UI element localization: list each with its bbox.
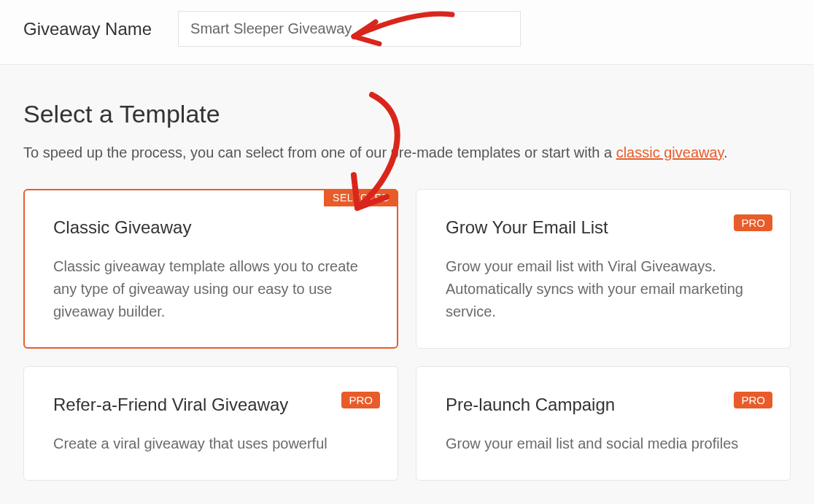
template-card-pre-launch[interactable]: PRO Pre-launch Campaign Grow your email …	[416, 366, 791, 481]
giveaway-name-label: Giveaway Name	[23, 19, 152, 39]
template-card-grow-email-list[interactable]: PRO Grow Your Email List Grow your email…	[416, 189, 791, 349]
template-section: Select a Template To speed up the proces…	[0, 65, 814, 481]
template-title: Refer-a-Friend Viral Giveaway	[53, 395, 368, 415]
selected-badge: SELECTED	[324, 189, 398, 206]
section-title: Select a Template	[23, 100, 791, 128]
template-description: Grow your email list and social media pr…	[446, 433, 761, 455]
template-title: Grow Your Email List	[446, 217, 761, 238]
section-desc-suffix: .	[724, 144, 728, 160]
template-card-classic-giveaway[interactable]: SELECTED Classic Giveaway Classic giveaw…	[23, 189, 398, 349]
pro-badge: PRO	[734, 392, 772, 408]
giveaway-name-row: Giveaway Name	[0, 0, 814, 65]
template-title: Pre-launch Campaign	[446, 395, 761, 415]
template-title: Classic Giveaway	[53, 217, 368, 238]
template-description: Classic giveaway template allows you to …	[53, 255, 368, 323]
section-description: To speed up the process, you can select …	[23, 144, 791, 161]
template-grid: SELECTED Classic Giveaway Classic giveaw…	[23, 189, 791, 481]
classic-giveaway-link[interactable]: classic giveaway	[616, 144, 724, 160]
section-desc-text: To speed up the process, you can select …	[23, 144, 616, 160]
pro-badge: PRO	[734, 214, 772, 231]
giveaway-name-input[interactable]	[178, 11, 521, 47]
pro-badge: PRO	[341, 392, 380, 408]
template-card-refer-a-friend[interactable]: PRO Refer-a-Friend Viral Giveaway Create…	[23, 366, 398, 481]
template-description: Grow your email list with Viral Giveaway…	[446, 255, 761, 323]
template-description: Create a viral giveaway that uses powerf…	[53, 433, 368, 455]
